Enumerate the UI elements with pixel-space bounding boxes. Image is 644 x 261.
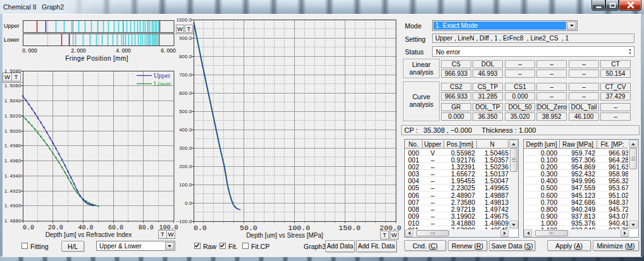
svg-text:300.0: 300.0: [179, 145, 192, 151]
svg-text:20.0: 20.0: [48, 224, 63, 231]
svg-text:600.0: 600.0: [179, 90, 192, 96]
svg-text:Depth [um] vs Stress [MPa]: Depth [um] vs Stress [MPa]: [246, 232, 323, 239]
svg-text:900.0: 900.0: [179, 35, 192, 41]
svg-text:800.0: 800.0: [179, 54, 192, 59]
svg-text:Lower: Lower: [154, 80, 171, 87]
svg-text:1. 5020: 1. 5020: [4, 113, 22, 119]
svg-text:700.0: 700.0: [179, 72, 192, 78]
svg-text:−100.0: −100.0: [176, 219, 192, 224]
svg-text:1. 4880: 1. 4880: [4, 218, 22, 224]
svg-text:1. 4940: 1. 4940: [4, 173, 22, 179]
svg-text:500.0: 500.0: [179, 109, 192, 114]
svg-text:100.0: 100.0: [288, 224, 311, 232]
svg-text:60.0: 60.0: [108, 224, 123, 231]
svg-text:1. 4920: 1. 4920: [4, 188, 22, 194]
svg-text:0.0: 0.0: [185, 200, 192, 206]
svg-text:1. 4900: 1. 4900: [4, 203, 22, 209]
svg-text:40.0: 40.0: [78, 224, 93, 231]
svg-text:0.0: 0.0: [194, 224, 207, 232]
svg-text:1. 5000: 1. 5000: [4, 128, 22, 134]
svg-text:1. 4960: 1. 4960: [4, 158, 22, 164]
svg-text:100.0: 100.0: [179, 182, 192, 188]
svg-text:0.0: 0.0: [23, 224, 34, 231]
svg-text:150.0: 150.0: [338, 224, 361, 232]
svg-text:1. 4980: 1. 4980: [4, 143, 22, 149]
svg-text:400.0: 400.0: [179, 127, 192, 133]
svg-text:1. 5060: 1. 5060: [4, 83, 22, 88]
svg-text:1000.0: 1000.0: [176, 17, 192, 23]
svg-text:50.0: 50.0: [240, 224, 257, 232]
svg-text:200.0: 200.0: [179, 164, 192, 169]
svg-text:Depth [um] vs Refractive Index: Depth [um] vs Refractive Index: [46, 231, 132, 238]
svg-text:Upper: Upper: [154, 72, 171, 79]
svg-text:1. 5040: 1. 5040: [4, 98, 22, 104]
svg-text:80.0: 80.0: [139, 224, 154, 231]
